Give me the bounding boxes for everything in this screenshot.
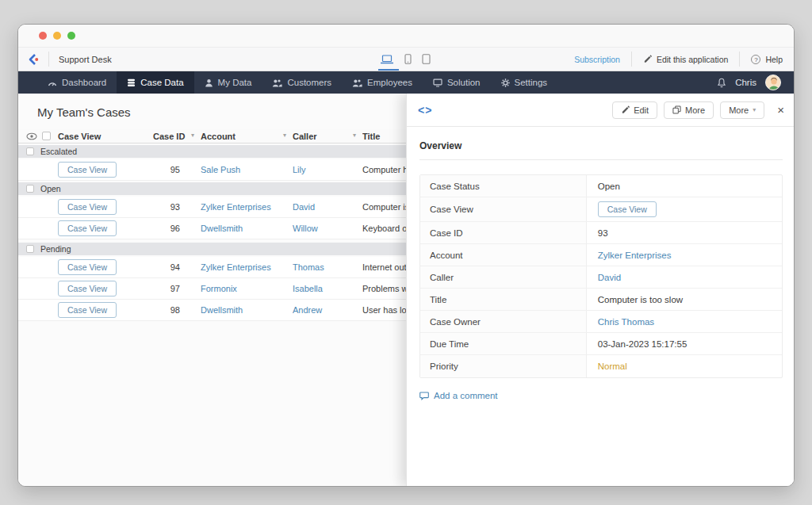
- add-comment-link[interactable]: Add a comment: [419, 391, 783, 400]
- account-link[interactable]: Dwellsmith: [201, 305, 243, 315]
- account-link[interactable]: Formonix: [201, 284, 237, 293]
- overview-section-title: Overview: [419, 127, 783, 160]
- panel-actions: Edit More More ▾ ×: [612, 101, 784, 119]
- app-window: Support Desk Subscription Edit this appl…: [17, 24, 795, 487]
- phone-view-icon[interactable]: [404, 48, 412, 71]
- duplicate-label: More: [685, 105, 705, 115]
- record-detail-panel: <> Edit More More ▾ ×: [406, 94, 794, 486]
- record-prev-next-icons[interactable]: <>: [418, 104, 432, 117]
- column-header-case-id[interactable]: Case ID▾: [153, 132, 201, 141]
- panel-header: <> Edit More More ▾ ×: [407, 94, 794, 127]
- case-view-button[interactable]: Case View: [58, 162, 117, 178]
- group-checkbox[interactable]: [26, 185, 34, 193]
- sort-caret-icon: ▾: [283, 132, 286, 141]
- close-window-button[interactable]: [39, 32, 47, 40]
- field-row-case-status: Case Status Open: [420, 175, 782, 197]
- nav-item-employees[interactable]: Employees: [342, 71, 423, 94]
- help-button[interactable]: ? Help: [740, 48, 794, 71]
- notifications-bell-icon[interactable]: [717, 78, 726, 88]
- window-titlebar: [18, 25, 794, 47]
- sort-caret-icon: ▾: [353, 132, 356, 141]
- users-icon: [272, 78, 282, 87]
- caller-link[interactable]: Lily: [293, 165, 306, 174]
- group-label: Pending: [40, 244, 71, 254]
- app-header-bar: Support Desk Subscription Edit this appl…: [18, 47, 794, 71]
- account-link[interactable]: Zylker Enterprises: [201, 262, 271, 272]
- group-checkbox[interactable]: [26, 147, 34, 155]
- edit-application-button[interactable]: Edit this application: [632, 48, 739, 71]
- chevron-down-icon: ▾: [753, 106, 756, 113]
- caller-link[interactable]: David: [293, 202, 315, 212]
- subscription-link[interactable]: Subscription: [563, 48, 631, 71]
- nav-item-my-data[interactable]: My Data: [194, 71, 262, 94]
- pencil-icon: [621, 105, 630, 114]
- nav-item-solution[interactable]: Solution: [423, 71, 491, 94]
- field-label: Priority: [420, 355, 587, 377]
- eye-icon[interactable]: [26, 132, 42, 140]
- nav-item-settings[interactable]: Settings: [491, 71, 558, 94]
- column-header-account[interactable]: Account▾: [201, 132, 293, 141]
- field-label: Case View: [420, 197, 587, 221]
- group-checkbox[interactable]: [26, 245, 34, 253]
- edit-label: Edit: [634, 105, 649, 115]
- more-button[interactable]: More ▾: [720, 101, 764, 119]
- case-view-button[interactable]: Case View: [58, 199, 117, 215]
- field-label: Due Time: [420, 333, 587, 354]
- field-value: Open: [587, 175, 782, 197]
- case-view-button[interactable]: Case View: [58, 302, 117, 318]
- duplicate-button[interactable]: More: [664, 101, 714, 119]
- case-owner-link[interactable]: Chris Thomas: [587, 311, 782, 332]
- panel-body: Overview Case Status Open Case View Case…: [407, 127, 794, 400]
- main-navbar: Dashboard Case Data My Data Customers Em…: [18, 71, 794, 94]
- column-label: Caller: [293, 132, 317, 141]
- field-row-account: Account Zylker Enterprises: [420, 244, 782, 266]
- column-label: Case ID: [153, 132, 185, 141]
- user-name[interactable]: Chris: [735, 78, 756, 87]
- cell-case-id: 98: [153, 305, 201, 315]
- caller-link[interactable]: David: [587, 266, 782, 288]
- account-link[interactable]: Dwellsmith: [201, 224, 243, 233]
- maximize-window-button[interactable]: [67, 32, 75, 40]
- more-label: More: [729, 105, 749, 115]
- nav-label: Case Data: [140, 78, 183, 87]
- field-row-priority: Priority Normal: [420, 355, 782, 377]
- account-link[interactable]: Zylker Enterprises: [587, 244, 782, 266]
- caller-link[interactable]: Isabella: [293, 284, 323, 293]
- field-label: Caller: [420, 266, 587, 288]
- nav-item-case-data[interactable]: Case Data: [117, 71, 193, 94]
- comment-bubble-icon: [419, 392, 429, 400]
- case-view-button[interactable]: Case View: [58, 220, 117, 236]
- help-icon: ?: [751, 55, 760, 64]
- case-view-button[interactable]: Case View: [598, 201, 657, 217]
- case-view-button[interactable]: Case View: [58, 259, 117, 275]
- navbar-right: Chris: [717, 71, 794, 94]
- cell-case-id: 94: [153, 262, 201, 272]
- field-value: 93: [587, 222, 782, 243]
- case-view-button[interactable]: Case View: [58, 281, 117, 296]
- caller-link[interactable]: Willow: [293, 224, 318, 233]
- nav-item-customers[interactable]: Customers: [262, 71, 342, 94]
- user-avatar[interactable]: [765, 75, 781, 90]
- minimize-window-button[interactable]: [53, 32, 61, 40]
- account-link[interactable]: Zylker Enterprises: [201, 202, 271, 212]
- column-header-case-view[interactable]: Case View: [58, 132, 153, 141]
- edit-button[interactable]: Edit: [612, 101, 657, 119]
- select-all-checkbox[interactable]: [42, 132, 58, 140]
- laptop-view-icon[interactable]: [380, 48, 394, 71]
- caller-link[interactable]: Thomas: [293, 262, 324, 272]
- field-row-case-view: Case View Case View: [420, 197, 782, 222]
- nav-item-dashboard[interactable]: Dashboard: [37, 71, 117, 94]
- field-label: Case Status: [420, 175, 587, 197]
- close-panel-icon[interactable]: ×: [777, 104, 784, 116]
- field-label: Case Owner: [420, 311, 587, 332]
- caller-link[interactable]: Andrew: [293, 305, 322, 315]
- field-row-case-owner: Case Owner Chris Thomas: [420, 311, 782, 333]
- column-header-caller[interactable]: Caller▾: [293, 132, 362, 141]
- creator-logo-icon[interactable]: [28, 53, 40, 66]
- cell-case-id: 93: [153, 202, 201, 212]
- device-preview-switcher: [380, 48, 431, 71]
- field-value: 03-Jan-2023 15:17:55: [587, 333, 782, 354]
- record-fields: Case Status Open Case View Case View Cas…: [419, 174, 783, 378]
- account-link[interactable]: Sale Push: [201, 165, 240, 174]
- tablet-view-icon[interactable]: [422, 48, 431, 71]
